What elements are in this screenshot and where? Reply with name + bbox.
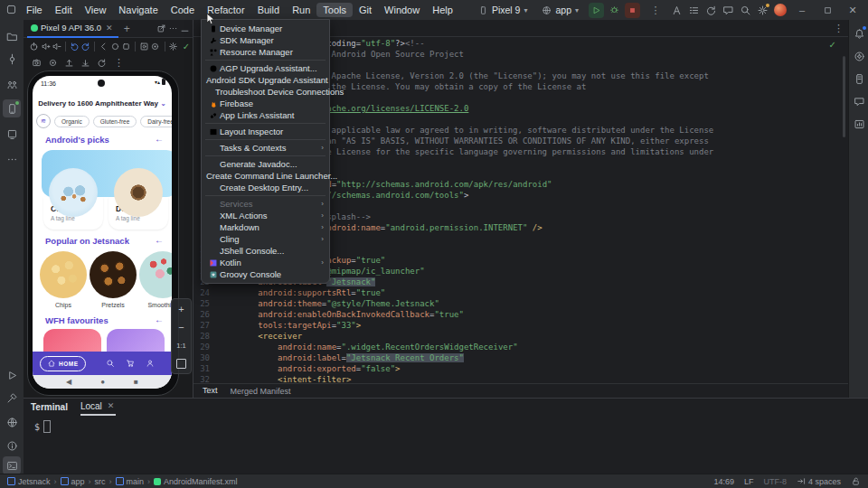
tool-strip-assistant[interactable]	[850, 47, 868, 65]
search-icon[interactable]	[740, 5, 751, 16]
reset-icon[interactable]	[94, 58, 109, 68]
live-edit-check-icon[interactable]: ✓	[180, 42, 193, 52]
tool-strip-device-explorer[interactable]	[850, 70, 868, 88]
breadcrumb-androidmanifest-xml[interactable]: AndroidManifest.xml	[154, 477, 238, 486]
menubar-item-file[interactable]: File	[20, 3, 49, 17]
run-config-selector[interactable]: app▾	[537, 4, 583, 16]
breadcrumb-jetsnack[interactable]: Jetsnack	[7, 477, 51, 486]
popular-image-chips[interactable]	[40, 251, 87, 298]
filter-icon[interactable]: ≋	[36, 114, 51, 128]
tools-menu-item-jshell-console[interactable]: JShell Console...	[202, 245, 329, 257]
back-icon[interactable]	[99, 42, 108, 52]
tools-menu-item-groovy-console[interactable]: Groovy Console	[202, 268, 329, 280]
cart-icon[interactable]	[126, 359, 135, 368]
tool-strip-project-folder[interactable]	[3, 27, 21, 45]
volume-down-icon[interactable]	[52, 42, 61, 52]
tool-strip-more-h[interactable]	[3, 150, 21, 168]
wfh-arrow-icon[interactable]: ←	[155, 314, 164, 324]
tools-menu-item-cling[interactable]: Cling›	[202, 233, 329, 245]
search-icon[interactable]	[106, 359, 115, 368]
tool-strip-services[interactable]	[3, 413, 21, 431]
screenshot-icon[interactable]	[139, 42, 149, 52]
breadcrumb-src[interactable]: src	[95, 477, 106, 486]
menubar-item-code[interactable]: Code	[165, 3, 201, 17]
toolbar-more-icon[interactable]: ⋮	[646, 0, 665, 20]
menubar-item-navigate[interactable]: Navigate	[112, 3, 164, 17]
zoom-fit-button[interactable]	[172, 355, 191, 371]
tools-menu-item-troubleshoot-device-connections[interactable]: Troubleshoot Device Connections	[202, 86, 329, 98]
zoom-out-button[interactable]: −	[172, 319, 191, 335]
tool-strip-terminal[interactable]	[3, 456, 21, 474]
tools-menu-item-sdk-manager[interactable]: SDK Manager	[202, 34, 329, 46]
open-new-icon[interactable]	[156, 23, 166, 33]
tool-strip-pull-request[interactable]	[3, 75, 21, 93]
tool-strip-device-manager[interactable]	[3, 125, 21, 143]
tools-menu-item-resource-manager[interactable]: Resource Manager	[202, 46, 329, 58]
download-icon[interactable]	[78, 58, 93, 68]
menubar-item-help[interactable]: Help	[426, 3, 459, 17]
tool-strip-commit[interactable]	[3, 50, 21, 68]
debug-button[interactable]	[609, 5, 619, 16]
tools-menu-item-create-desktop-entry[interactable]: Create Desktop Entry...	[202, 182, 329, 193]
tools-menu-item-android-sdk-upgrade-assistant[interactable]: Android SDK Upgrade Assistant	[202, 74, 329, 86]
picks-arrow-icon[interactable]: ←	[155, 134, 164, 144]
status-caret-position[interactable]: 14:69	[713, 477, 734, 486]
close-device-tab-icon[interactable]: ✕	[104, 23, 115, 33]
tools-menu-item-create-command-line-launcher[interactable]: Create Command Line Launcher...	[202, 170, 329, 182]
zoom-reset-button[interactable]: 1:1	[172, 337, 191, 353]
logcat-icon[interactable]	[722, 5, 734, 16]
editor-more-icon[interactable]: ⋮	[834, 23, 844, 34]
tool-strip-build[interactable]	[3, 389, 21, 407]
menubar-item-view[interactable]: View	[79, 3, 113, 17]
rotate-l-icon[interactable]	[70, 42, 80, 52]
status-indentation[interactable]: 4 spaces	[797, 476, 841, 486]
tool-strip-logcat[interactable]	[850, 92, 868, 110]
rotate-r-icon[interactable]	[80, 42, 90, 52]
phone-screen[interactable]: 11:36 ▾▴ Delivery to 1600 Amphitheater W…	[33, 76, 172, 389]
menubar-item-build[interactable]: Build	[251, 3, 286, 17]
add-device-tab-icon[interactable]: +	[122, 23, 132, 35]
nav-overview-button[interactable]: ■	[134, 378, 138, 386]
emulator-more-icon[interactable]: ⋮	[110, 57, 127, 69]
menubar-item-git[interactable]: Git	[353, 3, 378, 17]
menubar-item-edit[interactable]: Edit	[49, 3, 79, 17]
profile-icon[interactable]	[146, 359, 155, 368]
device-tab[interactable]: Pixel 9 API 36.0 ✕	[27, 19, 118, 38]
window-close-button[interactable]: ✕	[843, 0, 863, 20]
window-minimize-button[interactable]: –	[792, 0, 812, 20]
stop-button[interactable]	[625, 3, 640, 18]
window-maximize-button[interactable]	[817, 0, 837, 20]
tools-menu-item-generate-javadoc[interactable]: Generate Javadoc...	[202, 158, 329, 170]
minimize-panel-icon[interactable]	[180, 23, 190, 33]
nav-home-button[interactable]: ●	[100, 378, 105, 386]
delivery-address[interactable]: Delivery to 1600 Amphitheater Way ⌄	[33, 99, 172, 108]
run-button[interactable]	[589, 3, 604, 18]
popular-image-pretzels[interactable]	[90, 251, 137, 298]
nav-back-button[interactable]: ◀	[66, 378, 71, 386]
nav-home-button[interactable]: HOME	[40, 356, 86, 371]
record-icon[interactable]	[150, 42, 160, 52]
breadcrumb-app[interactable]: app	[61, 477, 85, 486]
filter-chip-organic[interactable]: Organic	[54, 116, 90, 127]
tool-strip-insights[interactable]	[850, 115, 868, 133]
tools-menu-item-markdown[interactable]: Markdown›	[202, 221, 329, 233]
tool-strip-problems[interactable]	[3, 436, 21, 455]
menubar-item-window[interactable]: Window	[378, 3, 426, 17]
status-file-encoding[interactable]: UTF-8	[763, 477, 787, 486]
settings-b-icon[interactable]	[168, 42, 178, 52]
tools-menu-item-tasks-contexts[interactable]: Tasks & Contexts›	[202, 142, 329, 154]
tools-menu-item-firebase[interactable]: Firebase	[202, 98, 329, 109]
overview-icon[interactable]	[121, 42, 131, 52]
tools-menu-item-layout-inspector[interactable]: Layout Inspector	[202, 126, 329, 137]
close-terminal-tab-icon[interactable]: ✕	[106, 401, 117, 410]
terminal-tab-local[interactable]: Local ✕	[80, 398, 116, 416]
filter-chip-gluten-free[interactable]: Gluten-free	[93, 116, 137, 127]
user-avatar[interactable]	[774, 4, 787, 16]
tool-strip-bell[interactable]	[850, 24, 868, 42]
attach-icon[interactable]	[671, 5, 683, 16]
tool-strip-run[interactable]	[3, 366, 21, 384]
zoom-in-button[interactable]: +	[172, 301, 191, 317]
tools-menu-item-kotlin[interactable]: Kotlin›	[202, 257, 329, 268]
menubar-item-tools[interactable]: Tools	[316, 3, 353, 17]
more-h-icon[interactable]	[168, 23, 178, 33]
